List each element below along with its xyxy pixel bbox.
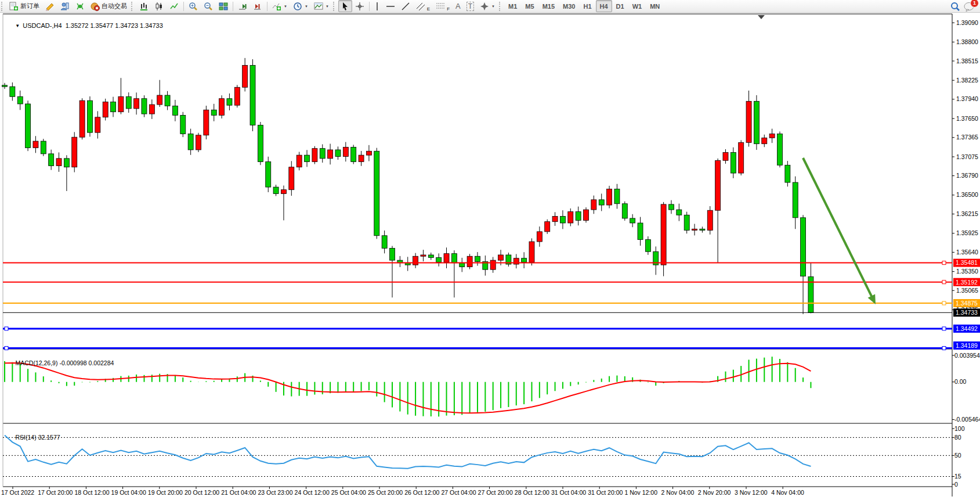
person-chart-icon [60,2,70,11]
fibonacci-tool-button[interactable]: F [433,0,453,12]
timeframe-M15[interactable]: M15 [538,0,559,12]
rsi-name: RSI(14) [16,434,37,441]
toolbar-grip [499,2,503,11]
tile-windows-icon [219,2,228,11]
chart-canvas[interactable]: 1.390901.388001.385151.382251.379401.376… [0,13,980,500]
svg-text:17 Oct 2022: 17 Oct 2022 [1,489,34,496]
svg-text:1.36500: 1.36500 [956,191,978,198]
auto-trading-button[interactable]: 自动交易 [88,0,130,12]
svg-text:1.39090: 1.39090 [956,19,978,26]
symbol-label: USDCAD-,H4 [23,22,62,29]
toolbar-separator [183,2,184,11]
main-toolbar: 新订单 自动交易 [0,0,980,13]
tile-windows-button[interactable] [216,0,231,12]
horizontal-line-tool-button[interactable] [383,0,398,12]
chart-shift-button[interactable] [250,0,265,12]
svg-text:18 Oct 12:00: 18 Oct 12:00 [74,489,109,496]
price-label-1.35192: 1.35192 [953,278,980,286]
trendline-icon [401,2,410,11]
text-label-tool-button[interactable]: T [464,0,477,12]
svg-text:1.34492: 1.34492 [956,325,978,332]
signals-button[interactable] [73,0,88,12]
svg-text:1.37075: 1.37075 [956,153,978,160]
svg-text:1.37940: 1.37940 [956,95,978,102]
svg-text:1.35192: 1.35192 [956,279,978,286]
timeframe-H4[interactable]: H4 [596,0,612,12]
arrows-icon [480,2,489,11]
timeframe-MN[interactable]: MN [646,0,664,12]
rsi-indicator-label: RSI(14) 32.1577 [5,427,60,448]
chart-title[interactable]: ▼USDCAD-,H4 1.35272 1.35477 1.34723 1.34… [5,15,163,36]
svg-text:1.34189: 1.34189 [956,342,978,349]
ohlc-values: 1.35272 1.35477 1.34723 1.34733 [66,22,163,29]
chevron-down-icon: ▼ [305,5,308,8]
chevron-down-icon: ▼ [284,5,287,8]
zoom-out-icon [204,2,213,11]
svg-text:21 Oct 04:00: 21 Oct 04:00 [221,489,256,496]
indicators-button[interactable]: ▼ [269,0,290,12]
svg-text:26 Oct 12:00: 26 Oct 12:00 [404,489,439,496]
notifications-icon[interactable]: 1 [964,1,975,12]
zoom-out-button[interactable] [201,0,216,12]
timeframe-D1[interactable]: D1 [612,0,628,12]
data-window-button[interactable] [57,0,73,12]
time-axis[interactable]: 17 Oct 202217 Oct 20:0018 Oct 12:0019 Oc… [1,487,804,496]
crosshair-tool-button[interactable] [352,0,367,12]
timeframe-H1[interactable]: H1 [579,0,595,12]
svg-text:25 Oct 04:00: 25 Oct 04:00 [331,489,366,496]
timeframe-M1[interactable]: M1 [504,0,521,12]
svg-text:0: 0 [954,481,958,488]
svg-text:31 Oct 20:00: 31 Oct 20:00 [588,489,623,496]
cursor-tool-button[interactable] [338,0,352,12]
price-label-1.34733: 1.34733 [953,308,980,316]
candlestick-chart-button[interactable] [151,0,167,12]
signal-icon [75,2,85,11]
svg-text:0.00: 0.00 [954,378,967,385]
svg-text:1.38800: 1.38800 [956,38,978,45]
search-icon[interactable] [950,1,960,12]
auto-trading-label: 自动交易 [102,2,127,10]
vertical-line-tool-button[interactable] [371,0,383,12]
svg-text:28 Oct 12:00: 28 Oct 12:00 [515,489,549,496]
svg-text:19 Oct 20:00: 19 Oct 20:00 [148,489,183,496]
timeframe-M5[interactable]: M5 [521,0,538,12]
svg-text:1.37365: 1.37365 [956,134,978,141]
bar-chart-button[interactable] [136,0,151,12]
new-order-button[interactable]: 新订单 [6,0,42,12]
svg-text:100: 100 [954,425,965,432]
macd-pane [5,357,811,416]
toolbar-separator [369,2,370,11]
toolbar-right-group: 1 [950,1,980,12]
horizontal-line-icon [386,3,395,9]
svg-text:27 Oct 04:00: 27 Oct 04:00 [441,489,476,496]
svg-text:15: 15 [954,473,961,480]
add-indicator-icon [272,2,281,11]
notification-badge: 1 [970,0,979,8]
templates-button[interactable]: ▼ [311,0,332,12]
svg-text:20 Oct 12:00: 20 Oct 12:00 [185,489,219,496]
channel-tool-label: E [427,6,430,12]
svg-text:27 Oct 20:00: 27 Oct 20:00 [478,489,513,496]
fibonacci-tool-label: F [447,6,450,12]
svg-text:19 Oct 04:00: 19 Oct 04:00 [111,489,146,496]
arrows-tool-button[interactable]: ▼ [477,0,498,12]
trendline-tool-button[interactable] [398,0,413,12]
chart-area[interactable]: 1.390901.388001.385151.382251.379401.376… [0,13,980,500]
periods-button[interactable]: ▼ [290,0,311,12]
text-tool-button[interactable]: A [453,0,464,12]
line-chart-button[interactable] [167,0,182,12]
symbol-dropdown-icon[interactable]: ▼ [15,23,20,28]
auto-scroll-button[interactable] [235,0,250,12]
svg-text:1.34875: 1.34875 [956,300,978,307]
market-watch-button[interactable] [42,0,57,12]
svg-text:1.35925: 1.35925 [956,229,978,236]
toolbar-grip [333,2,337,11]
timeframe-M30[interactable]: M30 [559,0,579,12]
channel-tool-button[interactable]: E [413,0,433,12]
rsi-pane [3,435,952,476]
cursor-icon [341,2,349,10]
zoom-in-button[interactable] [186,0,201,12]
new-order-icon [9,2,19,11]
timeframe-W1[interactable]: W1 [628,0,646,12]
auto-trading-icon [91,2,100,11]
